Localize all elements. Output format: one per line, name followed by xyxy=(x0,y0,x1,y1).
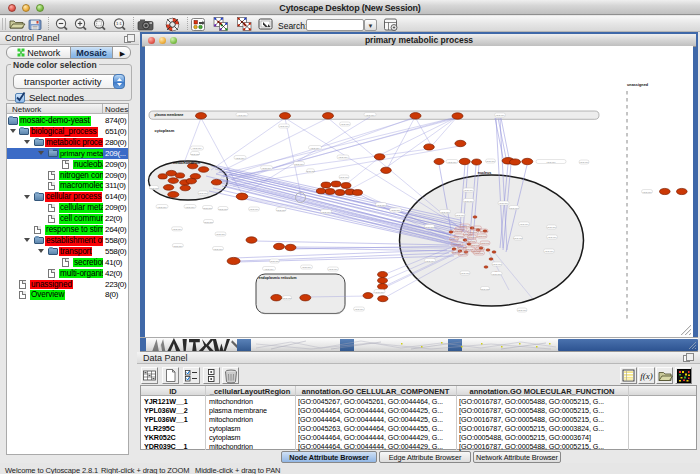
svg-text:[GO:00]: [GO:00] xyxy=(214,248,223,251)
svg-text:[GO:00]: [GO:00] xyxy=(514,237,523,240)
svg-text:[GO:00]: [GO:00] xyxy=(493,263,502,266)
svg-text:[GO:00]: [GO:00] xyxy=(458,246,467,249)
svg-text:[GO:00]: [GO:00] xyxy=(265,268,274,271)
svg-text:[GO:00]: [GO:00] xyxy=(262,167,271,170)
svg-text:[GO:00]: [GO:00] xyxy=(510,207,519,210)
svg-text:[GO:00]: [GO:00] xyxy=(547,226,556,229)
svg-text:[GO:00]: [GO:00] xyxy=(425,226,434,229)
svg-text:[GO:00]: [GO:00] xyxy=(456,214,465,217)
svg-text:[GO:00]: [GO:00] xyxy=(250,208,259,211)
svg-text:[GO:00]: [GO:00] xyxy=(277,209,286,212)
svg-text:nucleus: nucleus xyxy=(478,171,492,175)
svg-text:[GO:00]: [GO:00] xyxy=(452,251,461,254)
svg-text:[GO:00]: [GO:00] xyxy=(486,160,495,163)
svg-text:[GO:00]: [GO:00] xyxy=(441,211,450,214)
svg-text:[GO:00]: [GO:00] xyxy=(580,161,589,164)
svg-text:[GO:00]: [GO:00] xyxy=(520,223,529,226)
svg-text:[GO:00]: [GO:00] xyxy=(339,156,348,159)
svg-text:[GO:00]: [GO:00] xyxy=(311,147,320,150)
svg-text:[GO:00]: [GO:00] xyxy=(340,176,349,179)
svg-text:[GO:00]: [GO:00] xyxy=(454,230,463,233)
svg-text:[GO:00]: [GO:00] xyxy=(295,163,304,166)
svg-text:[GO:00]: [GO:00] xyxy=(280,125,289,128)
svg-text:[GO:00]: [GO:00] xyxy=(545,250,554,253)
svg-text:unassigned: unassigned xyxy=(627,83,649,87)
svg-text:[GO:00]: [GO:00] xyxy=(448,161,457,164)
svg-text:[GO:00]: [GO:00] xyxy=(547,161,556,164)
svg-text:[GO:00]: [GO:00] xyxy=(204,221,213,224)
svg-text:[GO:00]: [GO:00] xyxy=(199,192,208,195)
svg-text:[GO:00]: [GO:00] xyxy=(283,297,292,300)
svg-text:[GO:00]: [GO:00] xyxy=(481,288,490,291)
svg-text:[GO:00]: [GO:00] xyxy=(377,204,386,207)
svg-text:[GO:00]: [GO:00] xyxy=(236,157,245,160)
svg-text:[GO:00]: [GO:00] xyxy=(375,291,384,294)
svg-text:[GO:00]: [GO:00] xyxy=(322,211,331,214)
svg-text:[GO:00]: [GO:00] xyxy=(219,208,228,211)
svg-text:[GO:00]: [GO:00] xyxy=(186,206,195,209)
svg-text:[GO:00]: [GO:00] xyxy=(480,230,489,233)
svg-text:[GO:00]: [GO:00] xyxy=(302,266,311,269)
svg-text:[GO:00]: [GO:00] xyxy=(216,233,225,236)
svg-text:[GO:00]: [GO:00] xyxy=(193,147,202,150)
svg-text:[GO:00]: [GO:00] xyxy=(426,260,435,263)
svg-text:[GO:00]: [GO:00] xyxy=(150,187,159,190)
svg-text:cytoplasm: cytoplasm xyxy=(155,128,175,133)
svg-text:[GO:00]: [GO:00] xyxy=(471,244,480,247)
svg-text:[GO:00]: [GO:00] xyxy=(461,225,470,228)
svg-text:[GO:00]: [GO:00] xyxy=(270,260,279,263)
svg-text:[GO:00]: [GO:00] xyxy=(518,309,527,312)
svg-text:[GO:00]: [GO:00] xyxy=(464,189,473,192)
svg-text:[GO:00]: [GO:00] xyxy=(548,236,557,239)
svg-text:[GO:00]: [GO:00] xyxy=(467,240,476,243)
svg-text:f(x): f(x) xyxy=(640,371,653,381)
svg-text:[GO:00]: [GO:00] xyxy=(355,308,364,311)
svg-text:[GO:00]: [GO:00] xyxy=(492,273,501,276)
svg-text:[GO:00]: [GO:00] xyxy=(158,206,167,209)
svg-text:[GO:00]: [GO:00] xyxy=(478,235,487,238)
svg-text:[GO:00]: [GO:00] xyxy=(238,114,247,117)
svg-text:[GO:00]: [GO:00] xyxy=(464,200,473,203)
svg-text:[GO:00]: [GO:00] xyxy=(499,202,508,205)
svg-text:endoplasmic reticulum: endoplasmic reticulum xyxy=(259,276,297,280)
svg-text:mitochondrion: mitochondrion xyxy=(173,160,201,165)
svg-text:[GO:00]: [GO:00] xyxy=(481,242,490,245)
svg-text:[GO:00]: [GO:00] xyxy=(643,191,652,194)
svg-text:[GO:00]: [GO:00] xyxy=(329,268,338,271)
svg-text:[GO:00]: [GO:00] xyxy=(173,228,182,231)
svg-text:[GO:00]: [GO:00] xyxy=(366,114,375,117)
svg-text:[GO:00]: [GO:00] xyxy=(450,238,459,241)
svg-text:[GO:00]: [GO:00] xyxy=(203,207,212,210)
svg-text:1:1: 1:1 xyxy=(116,21,122,26)
svg-text:[GO:00]: [GO:00] xyxy=(468,236,477,239)
svg-text:[GO:00]: [GO:00] xyxy=(472,250,481,253)
svg-text:[GO:00]: [GO:00] xyxy=(173,245,182,248)
svg-text:[GO:00]: [GO:00] xyxy=(306,170,315,173)
svg-text:[GO:00]: [GO:00] xyxy=(191,153,200,156)
svg-text:[GO:00]: [GO:00] xyxy=(496,114,505,117)
svg-text:[GO:00]: [GO:00] xyxy=(391,209,400,212)
svg-text:[GO:00]: [GO:00] xyxy=(461,272,470,275)
svg-text:[GO:00]: [GO:00] xyxy=(341,123,350,126)
svg-text:plasma membrane: plasma membrane xyxy=(155,113,184,117)
